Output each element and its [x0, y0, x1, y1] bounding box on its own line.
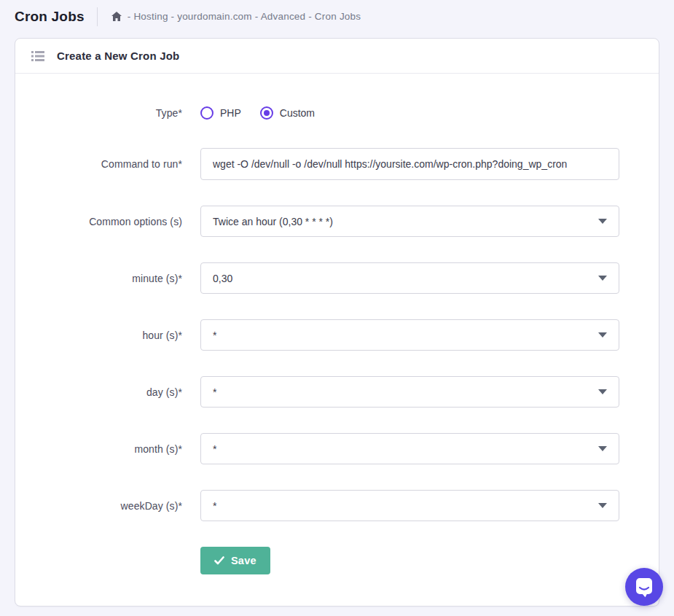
form-row-weekday: weekDay (s)* *: [15, 490, 659, 521]
day-label: day (s)*: [15, 386, 182, 398]
minute-label: minute (s)*: [15, 273, 182, 284]
command-label: Command to run*: [15, 158, 182, 170]
radio-option-custom[interactable]: Custom: [260, 106, 315, 120]
cron-job-form: Type* PHP Custom Command to run*: [15, 74, 659, 574]
minute-value: 0,30: [213, 273, 232, 284]
chat-launcher-button[interactable]: [625, 568, 663, 606]
type-label: Type*: [15, 107, 182, 119]
form-row-command: Command to run*: [15, 148, 659, 180]
hour-value: *: [213, 330, 216, 341]
command-input[interactable]: [200, 148, 619, 180]
chevron-down-icon: [598, 219, 607, 224]
chevron-down-icon: [598, 332, 607, 338]
create-cron-job-card: Create a New Cron Job Type* PHP Custom: [15, 38, 659, 607]
chat-bubble-icon: [625, 568, 663, 606]
chevron-down-icon: [598, 276, 607, 281]
breadcrumb: - Hosting - yourdomain.com - Advanced - …: [111, 11, 361, 23]
hour-select[interactable]: *: [200, 319, 619, 351]
radio-custom-label: Custom: [280, 107, 315, 119]
common-options-label: Common options (s): [15, 216, 182, 227]
chevron-down-icon: [598, 446, 607, 451]
day-value: *: [213, 386, 216, 398]
breadcrumb-text[interactable]: - Hosting - yourdomain.com - Advanced - …: [128, 11, 361, 22]
type-radio-group: PHP Custom: [200, 106, 619, 120]
save-button-label: Save: [231, 555, 256, 566]
form-row-hour: hour (s)* *: [15, 319, 659, 351]
month-value: *: [213, 443, 216, 455]
radio-php-label: PHP: [220, 107, 241, 119]
weekday-label: weekDay (s)*: [15, 500, 182, 512]
form-row-type: Type* PHP Custom: [15, 106, 659, 120]
list-icon: [31, 50, 44, 62]
page-header: Cron Jobs - Hosting - yourdomain.com - A…: [0, 0, 674, 33]
common-options-value: Twice an hour (0,30 * * * *): [213, 216, 333, 227]
form-row-day: day (s)* *: [15, 376, 659, 408]
home-icon[interactable]: [111, 11, 122, 23]
day-select[interactable]: *: [200, 376, 619, 408]
radio-custom[interactable]: [260, 106, 273, 120]
save-button[interactable]: Save: [200, 547, 270, 574]
card-header: Create a New Cron Job: [15, 39, 659, 74]
common-options-select[interactable]: Twice an hour (0,30 * * * *): [200, 206, 619, 237]
weekday-value: *: [213, 500, 216, 512]
header-divider: [97, 7, 98, 26]
radio-php[interactable]: [200, 106, 213, 120]
month-label: month (s)*: [15, 443, 182, 455]
radio-option-php[interactable]: PHP: [200, 106, 241, 120]
minute-select[interactable]: 0,30: [200, 262, 619, 294]
cron-jobs-page: Cron Jobs - Hosting - yourdomain.com - A…: [0, 0, 674, 616]
form-row-minute: minute (s)* 0,30: [15, 262, 659, 294]
month-select[interactable]: *: [200, 433, 619, 464]
chevron-down-icon: [598, 503, 607, 508]
check-icon: [214, 556, 224, 565]
hour-label: hour (s)*: [15, 330, 182, 341]
form-row-month: month (s)* *: [15, 433, 659, 464]
chevron-down-icon: [598, 389, 607, 394]
card-title: Create a New Cron Job: [57, 50, 179, 62]
form-row-save: Save: [15, 547, 659, 574]
weekday-select[interactable]: *: [200, 490, 619, 521]
form-row-common-options: Common options (s) Twice an hour (0,30 *…: [15, 206, 659, 237]
page-title: Cron Jobs: [15, 9, 85, 25]
